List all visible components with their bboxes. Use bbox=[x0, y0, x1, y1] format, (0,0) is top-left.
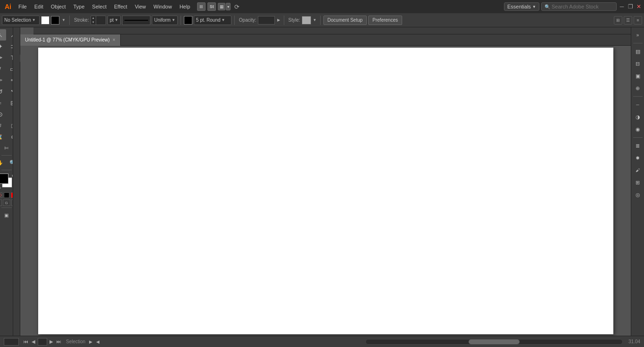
eyedropper-tool[interactable]: ⌛ bbox=[0, 131, 6, 142]
rp-character-btn[interactable]: ≣ bbox=[632, 140, 644, 151]
last-page-btn[interactable]: ⏭ bbox=[56, 339, 62, 345]
status-bar: 77% ⏮ ◀ 1 ▶ ⏭ Selection ▶ ◀ 31.04 bbox=[0, 336, 644, 347]
black-color-swatch[interactable] bbox=[4, 192, 9, 198]
scale-tool[interactable]: ⤡ bbox=[7, 86, 13, 97]
rp-symbols-btn[interactable]: ✸ bbox=[632, 152, 644, 164]
brush-size-dropdown[interactable]: 5 pt. Round ▼ bbox=[194, 16, 231, 25]
gradient-tool[interactable]: ◫ bbox=[7, 120, 13, 131]
rp-transform-btn[interactable]: ▣ bbox=[632, 70, 644, 82]
draw-mode-btn[interactable]: ▣ bbox=[0, 209, 13, 221]
minimize-button[interactable]: ─ bbox=[619, 3, 625, 10]
color-options-arrow[interactable]: ▼ bbox=[61, 16, 66, 25]
arrange-menu-icon[interactable]: ≡ bbox=[634, 16, 642, 25]
h-scroll-thumb[interactable] bbox=[469, 339, 520, 344]
gradient-mode-btn[interactable]: G bbox=[3, 199, 10, 206]
arrange-columns-icon[interactable]: ⊞ bbox=[614, 16, 622, 25]
rp-align-btn[interactable]: ⊟ bbox=[632, 58, 644, 69]
stock-icon[interactable]: St bbox=[207, 2, 216, 11]
tool-mode-arrow[interactable]: ▶ bbox=[89, 339, 92, 344]
foreground-color-swatch[interactable] bbox=[0, 174, 8, 184]
stroke-unit-dropdown[interactable]: pt ▼ bbox=[107, 16, 121, 25]
close-button[interactable]: ✕ bbox=[636, 3, 642, 10]
doc-setup-button[interactable]: Document Setup bbox=[323, 16, 367, 25]
free-transform-tool[interactable]: ⊞ bbox=[7, 97, 13, 108]
sync-icon[interactable]: ⟳ bbox=[232, 2, 241, 11]
lasso-tool[interactable]: ⊃ bbox=[7, 41, 13, 52]
none-color-swatch[interactable] bbox=[0, 192, 2, 198]
mesh-tool[interactable]: # bbox=[0, 120, 6, 131]
menu-file[interactable]: File bbox=[15, 3, 30, 10]
view-grid-icon[interactable]: ▦ ▼ bbox=[218, 3, 231, 10]
rp-pathfinder-btn[interactable]: ⊕ bbox=[632, 83, 644, 94]
pen-tool[interactable]: ✒ bbox=[0, 52, 6, 63]
stroke-type-dropdown[interactable]: Uniform ▼ bbox=[152, 16, 178, 25]
fill-color-box[interactable] bbox=[41, 16, 50, 25]
rp-color-btn[interactable]: ◎ bbox=[632, 189, 644, 200]
menu-select[interactable]: Select bbox=[89, 3, 110, 10]
tab-close-icon[interactable]: × bbox=[113, 37, 116, 42]
view-dropdown-arrow[interactable]: ▼ bbox=[226, 3, 231, 10]
search-input[interactable] bbox=[552, 4, 613, 9]
first-page-btn[interactable]: ⏮ bbox=[23, 339, 29, 345]
h-scrollbar[interactable] bbox=[365, 339, 623, 345]
hand-tool[interactable]: ✋ bbox=[0, 157, 6, 168]
rotate-tool[interactable]: ↺ bbox=[0, 86, 6, 97]
magic-wand-tool[interactable]: ✦ bbox=[0, 41, 6, 52]
style-dropdown-arrow[interactable]: ▼ bbox=[313, 16, 317, 25]
rp-layers-btn[interactable]: ▤ bbox=[632, 46, 644, 57]
menu-help[interactable]: Help bbox=[176, 3, 194, 10]
left-ruler bbox=[13, 27, 20, 336]
zoom-input[interactable]: 77% bbox=[4, 338, 19, 346]
column-graph-tool[interactable]: ▐ bbox=[7, 108, 13, 120]
restore-button[interactable]: ❐ bbox=[627, 3, 634, 10]
pencil-tool[interactable]: ✏ bbox=[7, 74, 13, 86]
next-page-btn[interactable]: ▶ bbox=[48, 339, 55, 345]
opacity-expand-arrow[interactable]: ▶ bbox=[276, 16, 281, 25]
menu-object[interactable]: Object bbox=[48, 3, 69, 10]
stroke-unit-arrow: ▼ bbox=[115, 18, 118, 22]
stroke-value-field[interactable]: 1 bbox=[96, 17, 106, 23]
zoom-tool[interactable]: 🔍 bbox=[7, 157, 13, 168]
stroke-value-input[interactable]: ▲ ▼ 1 bbox=[91, 16, 106, 25]
stroke-down-arrow[interactable]: ▼ bbox=[91, 20, 96, 25]
default-colors-icon[interactable]: ↵ bbox=[0, 186, 1, 190]
selection-tool[interactable]: ↖ bbox=[0, 29, 6, 41]
document-tab[interactable]: Untitled-1 @ 77% (CMYK/GPU Preview) × bbox=[20, 34, 121, 46]
menu-view[interactable]: View bbox=[132, 3, 149, 10]
tool-mode-back-arrow[interactable]: ◀ bbox=[96, 339, 99, 344]
rp-stroke-btn[interactable]: ─ bbox=[632, 99, 644, 110]
brush-color-box[interactable] bbox=[184, 16, 192, 25]
selection-dropdown[interactable]: No Selection ▼ bbox=[2, 16, 40, 25]
direct-selection-tool[interactable]: ↗ bbox=[7, 29, 13, 41]
menu-window[interactable]: Window bbox=[150, 3, 175, 10]
type-tool[interactable]: T bbox=[7, 52, 13, 63]
scissors-tool[interactable]: ✄ bbox=[0, 142, 13, 154]
rp-gradient-btn[interactable]: ◑ bbox=[632, 111, 644, 123]
page-input[interactable]: 1 bbox=[38, 338, 47, 346]
arrange-rows-icon[interactable]: ☰ bbox=[624, 16, 632, 25]
style-label: Style: bbox=[289, 17, 300, 23]
preferences-button[interactable]: Preferences bbox=[368, 16, 402, 25]
style-box[interactable] bbox=[302, 16, 311, 25]
line-tool[interactable]: / bbox=[0, 63, 6, 74]
rp-brushes-btn[interactable]: 🖌 bbox=[632, 165, 644, 176]
workspace-button[interactable]: Essentials ▼ bbox=[504, 2, 539, 11]
menu-type[interactable]: Type bbox=[70, 3, 88, 10]
rp-appearance-btn[interactable]: ◉ bbox=[632, 124, 644, 135]
menu-edit[interactable]: Edit bbox=[31, 3, 47, 10]
rp-swatches-btn[interactable]: ⊞ bbox=[632, 177, 644, 188]
color-mode-btn[interactable]: C bbox=[0, 199, 2, 206]
stroke-up-arrow[interactable]: ▲ bbox=[91, 16, 96, 20]
prev-page-btn[interactable]: ◀ bbox=[30, 339, 37, 345]
rp-panel-expand[interactable]: » bbox=[632, 29, 644, 41]
arrange-icon[interactable]: ⊞ bbox=[197, 2, 206, 11]
rectangle-tool[interactable]: ▭ bbox=[7, 63, 13, 74]
warp-tool[interactable]: ≈ bbox=[0, 97, 6, 108]
symbol-sprayer-tool[interactable]: ⊙ bbox=[0, 108, 6, 120]
blend-tool[interactable]: ⊛ bbox=[7, 131, 13, 142]
search-stock-box[interactable]: 🔍 bbox=[541, 2, 617, 11]
opacity-value-input[interactable]: 100% bbox=[258, 16, 275, 25]
stroke-color-box[interactable] bbox=[51, 16, 59, 25]
paintbrush-tool[interactable]: ✏ bbox=[0, 74, 6, 86]
menu-effect[interactable]: Effect bbox=[111, 3, 131, 10]
